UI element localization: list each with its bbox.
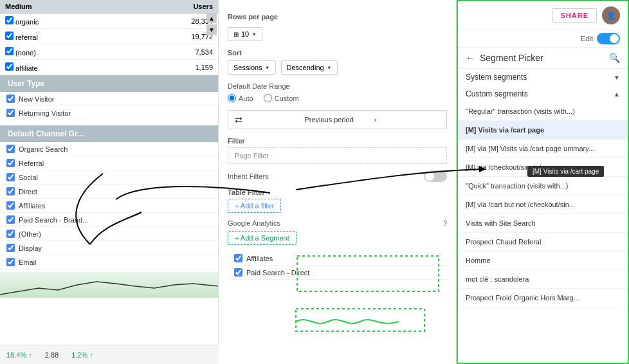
channel-checkbox[interactable] — [6, 159, 15, 167]
date-range-radio-group: Auto Custom — [228, 94, 447, 102]
segment-item[interactable]: "Regular" transaction (visits with...) — [458, 102, 628, 121]
rows-per-page-select[interactable]: ⊞ 10 ▼ — [228, 27, 262, 41]
date-range-label: Default Date Range — [228, 82, 447, 90]
previous-period-row[interactable]: ⇄ Previous period › — [228, 110, 447, 129]
segment-picker-header: ← Segment Picker 🔍 — [458, 48, 628, 69]
auto-radio-label[interactable]: Auto — [228, 94, 253, 102]
channel-label: Affiliates — [19, 202, 45, 210]
previous-period-arrow: › — [374, 116, 440, 123]
paid-search-row: Paid Search - Direct — [228, 266, 447, 280]
sort-field-chevron: ▼ — [265, 65, 270, 71]
user-type-row: New Visitor — [0, 92, 218, 106]
segment-item[interactable]: [M] via /cart but not /checkout/sin... — [458, 196, 628, 214]
back-arrow-icon[interactable]: ← — [466, 53, 475, 63]
affiliates-label: Affiliates — [246, 255, 273, 262]
medium-checkbox[interactable] — [5, 32, 14, 40]
system-segments-chevron: ▼ — [614, 74, 620, 81]
medium-cell: affiliate — [0, 60, 126, 75]
channel-label: Referral — [19, 159, 44, 167]
edit-toggle[interactable] — [597, 33, 620, 44]
channel-checkbox[interactable] — [6, 201, 15, 210]
bottom-stats: 18.4% ↑ 2.88 1.2% ↑ — [0, 345, 219, 364]
page-filter-box: Page Filter — [228, 147, 447, 164]
sort-field-select[interactable]: Sessions ▼ — [228, 60, 276, 75]
help-icon[interactable]: ? — [443, 219, 447, 227]
medium-table: Medium Users organic 28,334 referral 19,… — [0, 0, 218, 75]
users-cell: 1,159 — [126, 60, 218, 75]
segment-item[interactable]: Prospect Froid Organic Hors Marg... — [458, 289, 628, 307]
stat1: 18.4% ↑ — [6, 351, 32, 359]
channel-label: Paid Search - Brand... — [19, 216, 88, 224]
segment-item[interactable]: Homme — [458, 251, 628, 270]
segment-item[interactable]: Prospect Chaud Referal — [458, 233, 628, 251]
custom-segments-label[interactable]: Custom segments ▲ — [458, 86, 628, 102]
share-button[interactable]: SHARE — [552, 8, 597, 23]
add-segment-button[interactable]: + Add a Segment — [228, 231, 296, 245]
medium-checkbox[interactable] — [5, 16, 14, 24]
medium-checkbox[interactable] — [5, 47, 14, 55]
segment-item[interactable]: [M] via [M] Visits via /cart page ummary… — [458, 140, 628, 158]
sort-row: Sessions ▼ Descending ▼ — [228, 60, 447, 75]
stat3: 1.2% ↑ — [71, 351, 93, 359]
search-icon[interactable]: 🔍 — [609, 53, 620, 63]
left-panel: Medium Users organic 28,334 referral 19,… — [0, 0, 219, 364]
users-cell: 19,772 — [126, 29, 218, 44]
segment-item[interactable]: "Quick" transaction (visits with...) — [458, 177, 628, 196]
medium-col-header: Medium — [0, 0, 126, 14]
affiliates-row: Affiliates — [228, 251, 447, 266]
medium-checkbox[interactable] — [5, 62, 14, 71]
rows-per-page-chevron: ▼ — [251, 32, 257, 37]
scroll-down-btn[interactable]: ▼ — [206, 24, 217, 35]
user-type-label: New Visitor — [19, 95, 54, 103]
channel-checkbox[interactable] — [6, 145, 15, 153]
channel-label: Email — [19, 259, 37, 266]
custom-radio[interactable] — [264, 94, 272, 102]
inherit-filters-label: Inherit Filters — [228, 172, 269, 180]
rows-per-page-value: 10 — [241, 30, 249, 38]
channel-checkbox[interactable] — [6, 244, 15, 252]
channel-checkbox[interactable] — [6, 187, 15, 196]
middle-panel: Rows per page ⊞ 10 ▼ Sort Sessions ▼ Des… — [219, 0, 457, 364]
sort-field-value: Sessions — [233, 64, 262, 71]
medium-label: referral — [15, 33, 38, 41]
scroll-up-btn[interactable]: ▲ — [206, 13, 217, 23]
channel-checkbox[interactable] — [6, 230, 15, 238]
channel-label: Display — [19, 244, 42, 252]
rows-per-page-label: Rows per page — [228, 13, 278, 21]
sort-order-chevron: ▼ — [327, 65, 332, 71]
table-row: (none) 7,534 — [0, 44, 218, 60]
table-row: organic 28,334 — [0, 14, 218, 29]
inherit-filters-row: Inherit Filters — [228, 170, 447, 182]
channel-row: Affiliates — [0, 199, 218, 213]
channel-checkbox[interactable] — [6, 173, 15, 181]
user-type-checkbox[interactable] — [6, 95, 15, 103]
affiliates-checkbox[interactable] — [234, 254, 242, 262]
scroll-indicator[interactable]: ▲ ▼ — [206, 13, 217, 35]
segment-item[interactable]: mot clé : scandolera — [458, 270, 628, 289]
channel-checkbox[interactable] — [6, 258, 15, 266]
medium-cell: (none) — [0, 44, 126, 60]
channel-row: (Other) — [0, 227, 218, 241]
users-col-header: Users — [126, 0, 218, 14]
edit-row: Edit — [458, 30, 628, 48]
auto-radio[interactable] — [228, 94, 236, 102]
segment-item[interactable]: [M] Visits via /cart page — [458, 121, 628, 140]
custom-radio-label[interactable]: Custom — [264, 94, 299, 102]
table-row: affiliate 1,159 — [0, 60, 218, 75]
channel-row: Referral — [0, 156, 218, 170]
inherit-filters-toggle[interactable] — [424, 170, 447, 182]
channel-row: Display — [0, 241, 218, 255]
user-type-checkbox[interactable] — [6, 109, 15, 117]
rows-per-page-section: Rows per page — [228, 6, 447, 24]
filter-label: Filter — [228, 137, 447, 145]
users-cell: 28,334 — [126, 14, 218, 29]
google-analytics-row: Google Analytics ? — [228, 219, 447, 227]
filter-section: Filter Page Filter — [228, 137, 447, 164]
system-segments-label[interactable]: System segments ▼ — [458, 69, 628, 86]
paid-search-checkbox[interactable] — [234, 268, 242, 277]
channel-checkbox[interactable] — [6, 215, 15, 224]
add-filter-button[interactable]: + Add a filter — [228, 199, 281, 213]
channel-label: Social — [19, 174, 38, 181]
sort-order-select[interactable]: Descending ▼ — [281, 60, 338, 75]
segment-item[interactable]: Visits with Site Search — [458, 214, 628, 233]
